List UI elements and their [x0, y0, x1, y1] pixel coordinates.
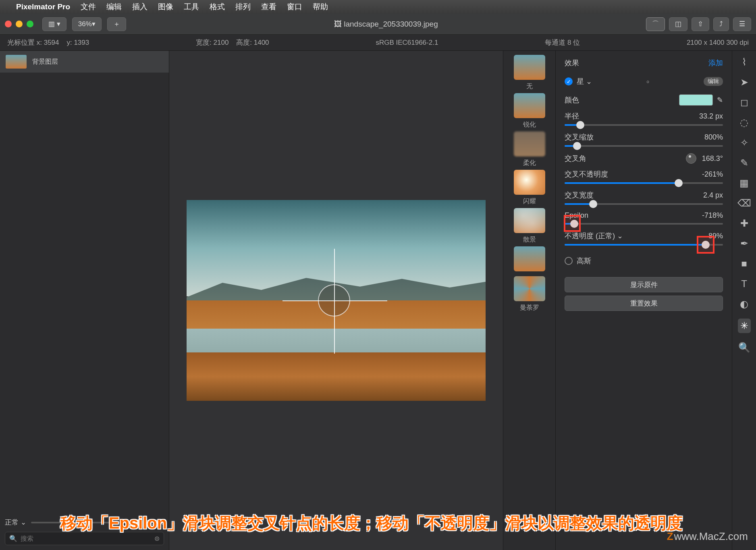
epsilon-highlight — [564, 215, 581, 232]
sidebar-toggle-button[interactable]: ▥ ▾ — [42, 17, 66, 31]
preset-soften[interactable]: 柔化 — [514, 131, 545, 167]
menu-tools[interactable]: 工具 — [184, 2, 199, 12]
crosszoom-label: 交叉缩放 — [565, 132, 594, 142]
crossangle-value: 168.3° — [702, 154, 723, 163]
image-content — [187, 200, 486, 401]
crosszoom-slider[interactable] — [565, 145, 723, 147]
search-input[interactable] — [21, 535, 151, 542]
tutorial-overlay-text: 移动「Epsilon」滑块调整交叉针点的长度；移动「不透明度」滑块以调整效果的透… — [11, 512, 732, 534]
document-title: 🖼 landscape_205330039.jpeg — [132, 20, 640, 29]
epsilon-value: -718% — [702, 211, 723, 220]
effect-star-label: 星 ⌄ — [577, 77, 592, 86]
cursor-position: 光标位置 x: 3594 y: 1393 — [7, 38, 89, 47]
app-name[interactable]: Pixelmator Pro — [16, 2, 70, 11]
menu-format[interactable]: 格式 — [210, 2, 225, 12]
crossopacity-slider[interactable] — [565, 182, 723, 184]
menu-help[interactable]: 帮助 — [313, 2, 328, 12]
effects-inspector: 效果 添加 ✓ 星 ⌄ ∘ 编辑 颜色 ✎ 半径33.2 px 交叉缩放800% — [555, 51, 732, 550]
eyedropper-icon[interactable]: ✎ — [717, 96, 723, 104]
radius-slider[interactable] — [565, 124, 723, 126]
heal-tool-icon[interactable]: ✚ — [740, 218, 748, 229]
inspector-title: 效果 — [565, 58, 579, 68]
layer-background[interactable]: 背景图层 — [0, 51, 169, 73]
watermark: Zwww.MacZ.com — [667, 530, 748, 543]
zoom-tool-icon[interactable]: 🔍 — [738, 342, 750, 353]
adjustments-button[interactable]: ☰ — [733, 17, 751, 31]
color-label: 颜色 — [565, 95, 579, 105]
close-button[interactable] — [5, 21, 12, 27]
preset-mandala[interactable]: 曼荼罗 — [514, 276, 545, 312]
layer-label: 背景图层 — [32, 58, 58, 66]
layer-thumbnail — [6, 55, 27, 69]
menu-window[interactable]: 窗口 — [287, 2, 302, 12]
arrow-tool-icon[interactable]: ➤ — [740, 77, 748, 88]
traffic-lights — [5, 21, 33, 27]
magic-tool-icon[interactable]: ✧ — [740, 137, 748, 148]
effects-tool-icon[interactable]: ✳ — [738, 319, 751, 333]
effect-gauss-row[interactable]: 高斯 — [565, 256, 723, 266]
reset-effects-button[interactable]: 重置效果 — [565, 296, 723, 311]
layers-panel: 背景图层 正常 ⌄ 100% 🔍 ⊜ — [0, 51, 169, 550]
window-titlebar: ▥ ▾ 36% ▾ ＋ 🖼 landscape_205330039.jpeg ⌒… — [0, 14, 756, 35]
radius-label: 半径 — [565, 111, 579, 121]
lasso-tool-icon[interactable]: ◌ — [740, 117, 748, 128]
export-button[interactable]: ⇧ — [692, 17, 709, 31]
epsilon-slider[interactable] — [565, 223, 723, 225]
opacity-label[interactable]: 不透明度 (正常) ⌄ — [565, 231, 623, 241]
crosswidth-value: 2.4 px — [703, 191, 723, 200]
crossopacity-label: 交叉不透明度 — [565, 169, 608, 179]
preset-none[interactable]: 无 — [514, 55, 545, 91]
vector-tool-icon[interactable]: ✒ — [740, 238, 748, 249]
menu-view[interactable]: 查看 — [261, 2, 276, 12]
tool-sidebar: ⌇ ➤ ◻ ◌ ✧ ✎ ▦ ⌫ ✚ ✒ ■ T ◐ ✳ 🔍 — [732, 51, 756, 550]
menu-file[interactable]: 文件 — [81, 2, 96, 12]
effect-star-row[interactable]: ✓ 星 ⌄ ∘ 编辑 — [565, 77, 723, 86]
zoom-dropdown[interactable]: 36% ▾ — [72, 17, 102, 31]
opacity-highlight — [697, 236, 714, 254]
menu-edit[interactable]: 编辑 — [106, 2, 122, 12]
crosswidth-slider[interactable] — [565, 203, 723, 205]
add-button[interactable]: ＋ — [107, 17, 126, 31]
crosszoom-value: 800% — [704, 133, 723, 142]
color-profile: sRGB IEC61966-2.1 — [376, 39, 438, 47]
preset-sharpen[interactable]: 锐化 — [514, 93, 545, 129]
preset-shine[interactable]: 闪耀 — [514, 170, 545, 206]
preset-bokeh[interactable]: 散景 — [514, 208, 545, 244]
show-original-button[interactable]: 显示原件 — [565, 277, 723, 292]
text-tool-icon[interactable]: T — [741, 278, 747, 290]
color-tool-icon[interactable]: ◐ — [740, 298, 748, 310]
minimize-button[interactable] — [16, 21, 23, 27]
color-swatch[interactable] — [679, 94, 713, 106]
marquee-tool-icon[interactable]: ◻ — [740, 97, 748, 108]
share-button[interactable]: ⤴ — [713, 17, 729, 31]
pen-tool-icon[interactable]: ✎ — [740, 157, 748, 169]
effect-gauss-checkbox[interactable] — [565, 257, 573, 265]
opacity-slider[interactable] — [565, 244, 723, 246]
effect-enabled-checkbox[interactable]: ✓ — [565, 77, 573, 85]
menu-insert[interactable]: 插入 — [132, 2, 147, 12]
macos-menubar: Pixelmator Pro 文件 编辑 插入 图像 工具 格式 排列 查看 窗… — [0, 0, 756, 14]
crossopacity-value: -261% — [702, 170, 723, 179]
canvas-area[interactable] — [169, 51, 503, 550]
angle-knob[interactable] — [686, 153, 696, 164]
zoom-button[interactable] — [27, 21, 33, 27]
fill-tool-icon[interactable]: ▦ — [739, 177, 749, 189]
shape-tool-icon[interactable]: ■ — [741, 258, 747, 269]
eraser-tool-icon[interactable]: ⌫ — [737, 198, 751, 209]
filter-icon[interactable]: ⊜ — [154, 535, 160, 542]
crosswidth-label: 交叉宽度 — [565, 190, 594, 200]
crop-tool-button[interactable]: ◫ — [669, 17, 687, 31]
add-effect-button[interactable]: 添加 — [708, 58, 723, 68]
preset-unnamed[interactable] — [514, 246, 545, 274]
radius-value: 33.2 px — [699, 112, 723, 121]
dimensions-dpi: 2100 x 1400 300 dpi — [687, 39, 749, 47]
brush-tool-icon[interactable]: ⌇ — [742, 56, 747, 68]
image-size: 宽度: 2100 高度: 1400 — [196, 38, 269, 47]
menu-image[interactable]: 图像 — [158, 2, 173, 12]
crossangle-label: 交叉角 — [565, 154, 586, 163]
info-bar: 光标位置 x: 3594 y: 1393 宽度: 2100 高度: 1400 s… — [0, 35, 756, 51]
brush-tool-button[interactable]: ⌒ — [646, 17, 665, 31]
effect-gauss-label: 高斯 — [577, 256, 591, 266]
menu-arrange[interactable]: 排列 — [235, 2, 251, 12]
edit-effect-button[interactable]: 编辑 — [704, 77, 723, 86]
